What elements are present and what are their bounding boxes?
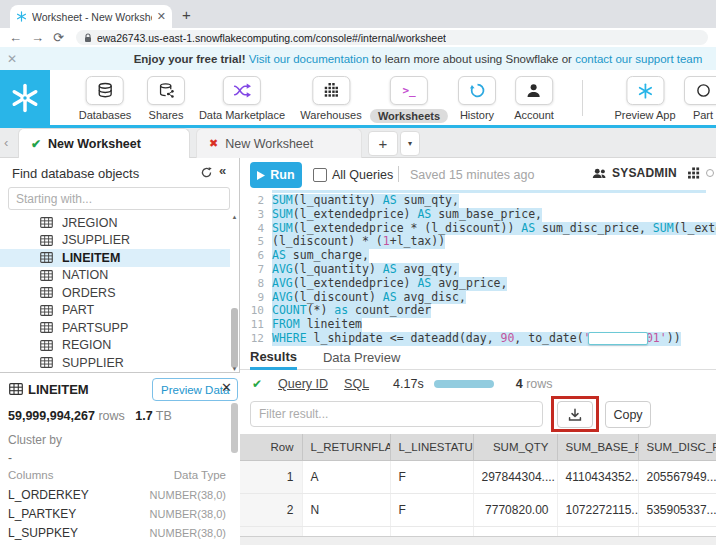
context-selector[interactable]: SYSADMIN COMP [592, 166, 716, 180]
query-id-link[interactable]: Query ID [278, 377, 328, 391]
worksheet-menu-button[interactable]: ▾ [400, 131, 420, 156]
line-number: 7 [240, 263, 272, 277]
search-input[interactable] [8, 187, 230, 210]
refresh-icon[interactable] [200, 166, 213, 179]
snowflake-logo[interactable] [0, 70, 50, 125]
column-row: L_SUPPKEYNUMBER(38,0) [8, 523, 226, 542]
collapse-sidebar-icon[interactable]: « [219, 163, 226, 178]
nav-item-warehouses[interactable]: Warehouses [300, 76, 361, 121]
tree-item-nation[interactable]: NATION [0, 267, 230, 285]
table-icon [40, 287, 53, 298]
copy-results-button[interactable]: Copy [605, 401, 651, 428]
tab-close-icon[interactable]: ✕ [157, 10, 166, 23]
tree-item-partsupp[interactable]: PARTSUPP [0, 319, 230, 337]
sql-link[interactable]: SQL [344, 377, 369, 391]
play-icon [257, 171, 265, 180]
table-cell: 2 [240, 494, 302, 527]
table-cell: 7770820.00 [473, 494, 557, 527]
column-row: L_ORDERKEYNUMBER(38,0) [8, 485, 226, 504]
code-line: 9AVG(l_discount) AS avg_disc, [240, 291, 716, 305]
table-cell: 1 [240, 461, 302, 494]
banner-text: Enjoy your free trial! Visit our documen… [0, 53, 716, 65]
column-type: NUMBER(38,0) [150, 489, 226, 501]
nav-item-shares[interactable]: Shares [147, 76, 185, 121]
nav-item-history[interactable]: History [458, 76, 496, 121]
table-icon [40, 357, 53, 368]
editor-hint-popup [588, 332, 648, 345]
table-cell: F [390, 461, 473, 494]
marketplace-icon [223, 76, 261, 105]
app-top-nav: DatabasesSharesData MarketplaceWarehouse… [0, 70, 716, 128]
tab-data-preview[interactable]: Data Preview [323, 345, 400, 370]
tabs-scroll-left-icon[interactable]: ‹ [4, 135, 8, 150]
column-header[interactable]: Row [240, 434, 302, 461]
tree-item-part[interactable]: PART [0, 302, 230, 320]
tab-results[interactable]: Results [250, 345, 297, 370]
warehouse-status-icon [706, 169, 714, 177]
saved-status: Saved 15 minutes ago [410, 168, 534, 182]
worksheet-tab-inactive[interactable]: ✖ New Worksheet [196, 128, 362, 158]
new-tab-button[interactable]: + [182, 6, 191, 23]
tree-item-jregion[interactable]: JREGION [0, 214, 230, 232]
nav-item-part[interactable]: Part [684, 76, 716, 121]
row-count: 4 rows [516, 377, 553, 391]
reload-icon[interactable]: ⟳ [53, 30, 64, 45]
documentation-link[interactable]: Visit our documentation [249, 53, 369, 65]
column-header[interactable]: L_LINESTATUS [390, 434, 473, 461]
tree-item-orders[interactable]: ORDERS [0, 284, 230, 302]
column-header[interactable]: SUM_BASE_PRIC [557, 434, 638, 461]
table-icon [40, 252, 53, 263]
nav-item-worksheets[interactable]: >_Worksheets [370, 76, 448, 123]
tree-item-lineitem[interactable]: LINEITEM [0, 249, 230, 267]
banner-close-icon[interactable]: ✕ [7, 52, 17, 66]
table-icon [40, 340, 53, 351]
line-number: 9 [240, 291, 272, 305]
results-table: RowL_RETURNFLAGL_LINESTATUSSUM_QTYSUM_BA… [240, 434, 716, 545]
tree-item-supplier[interactable]: SUPPLIER [0, 354, 230, 372]
add-worksheet-button[interactable]: + [368, 131, 398, 156]
table-icon [40, 270, 53, 281]
panel-close-icon[interactable]: ✕ [221, 380, 232, 395]
column-name: L_ORDERKEY [8, 488, 89, 502]
all-queries-checkbox[interactable] [313, 168, 327, 182]
back-icon[interactable]: ← [9, 30, 22, 45]
download-results-button[interactable] [557, 401, 593, 428]
tree-item-region[interactable]: REGION [0, 337, 230, 355]
table-icon [40, 305, 53, 316]
line-number: 5 [240, 235, 272, 249]
table-cell: A [302, 461, 390, 494]
partner-icon [684, 76, 716, 105]
forward-icon[interactable]: → [31, 30, 44, 45]
sql-editor[interactable]: 2SUM(l_quantity) AS sum_qty,3SUM(l_exten… [240, 190, 716, 342]
close-worksheet-icon[interactable]: ✖ [209, 137, 218, 150]
line-number: 2 [240, 194, 272, 208]
query-duration: 4.17s [393, 377, 424, 391]
code-line: 5(l_discount) * (1+l_tax)) [240, 235, 716, 249]
worksheet-tab-active[interactable]: ✔ New Worksheet [18, 128, 190, 158]
table-row[interactable]: 2NF7770820.001072272115...535905337.... [240, 494, 716, 527]
scroll-up-icon[interactable]: ▲ [230, 214, 239, 220]
run-button[interactable]: Run [250, 162, 302, 188]
tree-scrollbar[interactable] [231, 308, 238, 368]
browser-tab[interactable]: Worksheet - New Worksheet (1/1 ✕ [10, 5, 172, 28]
table-row[interactable]: 1AF297844304....4110434352...205567949..… [240, 461, 716, 494]
filter-results-input[interactable] [250, 401, 543, 427]
support-link[interactable]: contact our support team [575, 53, 702, 65]
tree-item-jsupplier[interactable]: JSUPPLIER [0, 232, 230, 250]
nav-item-preview-app[interactable]: Preview App [614, 76, 675, 121]
line-number: 3 [240, 208, 272, 222]
warehouse-icon [688, 167, 701, 179]
line-number: 12 [240, 332, 272, 346]
url-text: ewa26743.us-east-1.snowflakecomputing.co… [97, 32, 446, 44]
code-line: 2SUM(l_quantity) AS sum_qty, [240, 194, 716, 208]
nav-item-account[interactable]: Account [514, 76, 554, 121]
nav-item-databases[interactable]: Databases [79, 76, 132, 121]
column-name: L_PARTKEY [8, 507, 76, 521]
nav-item-data-marketplace[interactable]: Data Marketplace [199, 76, 285, 121]
column-header[interactable]: L_RETURNFLAG [302, 434, 390, 461]
column-header[interactable]: SUM_QTY [473, 434, 557, 461]
column-header[interactable]: SUM_DISC_PRI [638, 434, 716, 461]
url-field[interactable]: ewa26743.us-east-1.snowflakecomputing.co… [76, 30, 708, 45]
table-horizontal-scrollbar[interactable] [240, 536, 716, 545]
panel-scrollbar[interactable] [231, 403, 238, 453]
